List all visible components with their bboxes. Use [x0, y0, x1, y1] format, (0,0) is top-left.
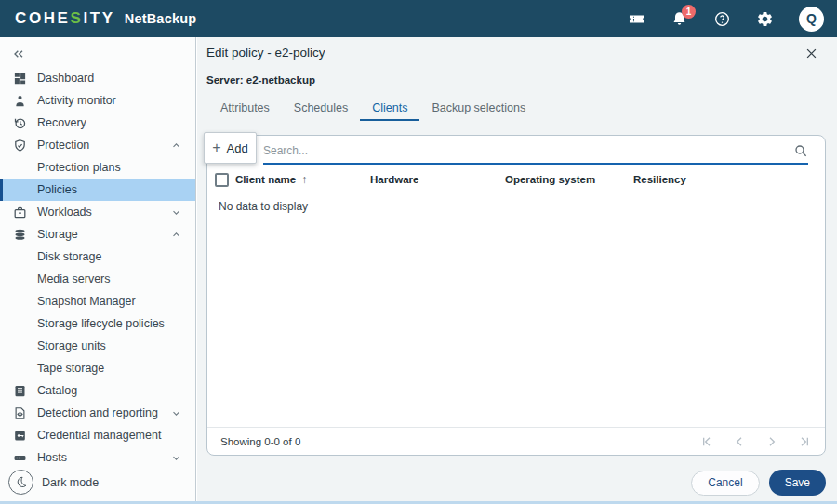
- sidebar: DashboardActivity monitorRecoveryProtect…: [0, 37, 196, 501]
- moon-icon: [8, 470, 33, 495]
- add-button-label: Add: [227, 141, 248, 155]
- sidebar-item-label: Storage lifecycle policies: [37, 317, 165, 330]
- dialog-footer: Cancel Save: [691, 470, 826, 496]
- dark-mode-label: Dark mode: [42, 476, 99, 489]
- sidebar-item-storage-lifecycle-policies[interactable]: Storage lifecycle policies: [0, 312, 195, 335]
- settings-gear-icon[interactable]: [756, 10, 774, 28]
- chevron-up-icon: [171, 230, 181, 240]
- sidebar-item-label: Media servers: [37, 272, 111, 285]
- search-bar: [263, 138, 808, 165]
- save-button[interactable]: Save: [769, 470, 826, 496]
- sidebar-item-activity-monitor[interactable]: Activity monitor: [0, 89, 195, 112]
- sidebar-item-detection-and-reporting[interactable]: Detection and reporting: [0, 402, 195, 424]
- sidebar-item-protection[interactable]: Protection: [0, 134, 195, 156]
- sidebar-item-storage-units[interactable]: Storage units: [0, 335, 195, 357]
- sidebar-item-disk-storage[interactable]: Disk storage: [0, 245, 195, 268]
- sidebar-item-policies[interactable]: Policies: [0, 179, 195, 201]
- sidebar-nav-list: DashboardActivity monitorRecoveryProtect…: [0, 67, 195, 469]
- plus-icon: +: [212, 140, 220, 155]
- column-header-client-name[interactable]: Client name↑: [235, 173, 370, 186]
- sidebar-item-credential-management[interactable]: Credential management: [0, 424, 195, 446]
- person-icon: [13, 94, 27, 108]
- sidebar-item-tape-storage[interactable]: Tape storage: [0, 357, 195, 379]
- sidebar-item-label: Credential management: [37, 429, 161, 442]
- sidebar-item-dashboard[interactable]: Dashboard: [0, 67, 195, 89]
- tab-bar: AttributesSchedulesClientsBackup selecti…: [208, 97, 538, 121]
- sidebar-item-label: Detection and reporting: [37, 406, 158, 419]
- chevron-down-icon: [171, 453, 181, 463]
- first-page-icon[interactable]: [699, 434, 714, 449]
- column-label: Operating system: [505, 174, 595, 185]
- help-icon[interactable]: [713, 10, 731, 28]
- briefcase-icon: [13, 206, 27, 219]
- dashboard-icon: [13, 72, 27, 86]
- last-page-icon[interactable]: [797, 434, 812, 449]
- column-header-hardware[interactable]: Hardware: [370, 174, 505, 185]
- previous-page-icon[interactable]: [732, 434, 747, 449]
- clients-table-card: Client name↑HardwareOperating systemResi…: [206, 135, 826, 456]
- sidebar-item-label: Storage: [37, 228, 78, 241]
- notification-badge: 1: [682, 5, 696, 19]
- dark-mode-toggle[interactable]: Dark mode: [8, 470, 99, 495]
- sidebar-item-label: Storage units: [37, 339, 106, 352]
- server-icon: [13, 451, 27, 465]
- chevron-down-icon: [171, 408, 181, 418]
- ticket-icon[interactable]: [628, 10, 645, 28]
- sidebar-item-media-servers[interactable]: Media servers: [0, 268, 195, 290]
- sidebar-item-recovery[interactable]: Recovery: [0, 112, 195, 134]
- cancel-button[interactable]: Cancel: [691, 471, 759, 496]
- sidebar-item-label: Tape storage: [37, 362, 104, 375]
- tab-clients[interactable]: Clients: [360, 97, 419, 121]
- sidebar-item-label: Workloads: [37, 206, 92, 219]
- next-page-icon[interactable]: [764, 434, 779, 449]
- pagination: [699, 434, 812, 449]
- select-all-checkbox[interactable]: [215, 173, 229, 187]
- user-avatar[interactable]: Q: [799, 7, 824, 32]
- sidebar-item-snapshot-manager[interactable]: Snapshot Manager: [0, 290, 195, 312]
- column-label: Resiliency: [633, 174, 686, 185]
- search-input[interactable]: [263, 144, 793, 157]
- notifications-bell-icon[interactable]: 1: [671, 10, 688, 28]
- showing-count: Showing 0-0 of 0: [220, 436, 300, 447]
- column-label: Client name: [235, 174, 296, 185]
- close-icon[interactable]: [804, 46, 818, 60]
- sidebar-item-label: Catalog: [37, 384, 77, 397]
- column-label: Hardware: [370, 174, 418, 185]
- table-header-row: Client name↑HardwareOperating systemResi…: [207, 167, 825, 192]
- edit-policy-panel: Edit policy - e2-policy Server: e2-netba…: [197, 37, 837, 504]
- history-icon: [13, 116, 27, 130]
- sidebar-item-label: Dashboard: [37, 72, 94, 85]
- topbar-actions: 1 Q: [628, 7, 824, 32]
- table-footer: Showing 0-0 of 0: [207, 427, 825, 455]
- sidebar-item-label: Recovery: [37, 116, 86, 129]
- column-header-operating-system[interactable]: Operating system: [505, 174, 633, 185]
- column-header-resiliency[interactable]: Resiliency: [633, 174, 825, 185]
- chevron-up-icon: [171, 140, 181, 151]
- search-icon[interactable]: [793, 143, 808, 158]
- key-badge-icon: [13, 429, 27, 443]
- chevron-down-icon: [171, 207, 181, 218]
- product-name: NetBackup: [125, 11, 197, 26]
- sort-ascending-icon: ↑: [301, 173, 307, 186]
- sidebar-item-protection-plans[interactable]: Protection plans: [0, 156, 195, 179]
- sidebar-item-label: Protection plans: [37, 161, 121, 174]
- top-app-bar: COHESITY NetBackup 1 Q: [0, 0, 837, 37]
- sidebar-item-label: Policies: [37, 183, 77, 196]
- shield-icon: [13, 139, 27, 153]
- page-title: Edit policy - e2-policy: [206, 46, 326, 60]
- database-icon: [13, 228, 27, 242]
- sidebar-item-storage[interactable]: Storage: [0, 223, 195, 245]
- sidebar-item-workloads[interactable]: Workloads: [0, 201, 195, 223]
- sidebar-item-catalog[interactable]: Catalog: [0, 379, 195, 402]
- collapse-sidebar-icon[interactable]: [11, 46, 26, 61]
- tab-attributes[interactable]: Attributes: [208, 97, 282, 121]
- sidebar-item-label: Disk storage: [37, 250, 101, 263]
- sidebar-item-label: Snapshot Manager: [37, 295, 136, 308]
- tab-schedules[interactable]: Schedules: [282, 97, 360, 121]
- add-button[interactable]: + Add: [204, 132, 257, 164]
- sidebar-item-hosts[interactable]: Hosts: [0, 446, 195, 469]
- server-label: Server: e2-netbackup: [206, 74, 315, 86]
- tab-backup-selections[interactable]: Backup selections: [419, 97, 538, 121]
- doc-eye-icon: [13, 406, 27, 420]
- empty-state-text: No data to display: [219, 200, 308, 213]
